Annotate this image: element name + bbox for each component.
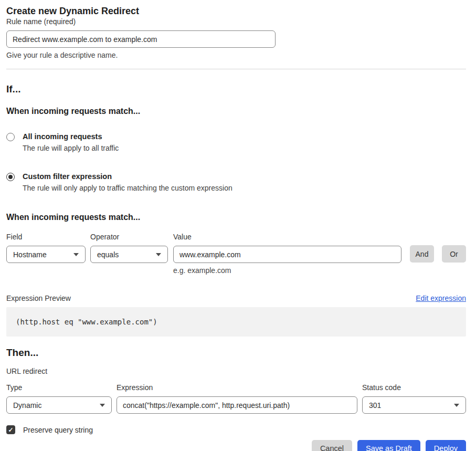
chevron-down-icon [73, 253, 79, 256]
save-as-draft-button[interactable]: Save as Draft [357, 440, 420, 451]
rule-name-input[interactable] [6, 30, 276, 48]
expression-input[interactable] [117, 396, 357, 414]
expression-preview-label: Expression Preview [6, 294, 71, 302]
expression-preview-header: Expression Preview Edit expression [6, 294, 466, 302]
operator-label: Operator [90, 233, 168, 241]
radio-option-description: The rule will only apply to traffic matc… [23, 184, 232, 193]
operator-select[interactable]: equals [90, 246, 168, 263]
field-label: Field [6, 233, 86, 241]
checkmark-icon: ✓ [8, 426, 13, 434]
value-input[interactable] [173, 246, 401, 263]
url-redirect-label: URL redirect [6, 367, 466, 375]
rule-name-help: Give your rule a descriptive name. [6, 51, 466, 59]
builder-heading: When incoming requests match... [6, 213, 466, 222]
if-heading: If... [6, 83, 466, 95]
checkbox-checked[interactable]: ✓ [6, 425, 15, 434]
value-column: Value e.g. example.com [173, 233, 401, 275]
chevron-down-icon [454, 404, 459, 407]
operator-column: Operator equals [90, 233, 168, 263]
status-code-column: Status code 301 [362, 383, 466, 414]
section-divider [6, 69, 466, 69]
radio-option-texts: All incoming requests The rule will appl… [23, 132, 119, 153]
status-code-select[interactable]: 301 [362, 396, 466, 414]
edit-expression-link[interactable]: Edit expression [416, 294, 466, 302]
field-select[interactable]: Hostname [6, 246, 86, 263]
expression-column: Expression [117, 383, 357, 414]
type-select-value: Dynamic [13, 401, 41, 410]
create-redirect-form: Create new Dynamic Redirect Rule name (r… [6, 0, 466, 451]
radio-button-selected[interactable] [6, 173, 15, 181]
radio-option-description: The rule will apply to all traffic [23, 144, 119, 153]
redirect-builder-row: Type Dynamic Expression Status code 301 [6, 383, 466, 414]
expression-label: Expression [117, 383, 357, 392]
status-code-select-value: 301 [369, 401, 381, 410]
radio-button-unselected[interactable] [6, 133, 15, 141]
type-select[interactable]: Dynamic [6, 396, 112, 414]
cancel-button[interactable]: Cancel [312, 440, 352, 451]
field-column: Field Hostname [6, 233, 86, 263]
preserve-query-row[interactable]: ✓ Preserve query string [6, 425, 466, 434]
field-select-value: Hostname [13, 250, 47, 259]
expression-builder-row: Field Hostname Operator equals Value e.g… [6, 233, 466, 275]
chevron-down-icon [156, 253, 161, 256]
radio-option-all-requests[interactable]: All incoming requests The rule will appl… [6, 132, 466, 153]
rule-name-label: Rule name (required) [6, 17, 76, 26]
then-heading: Then... [6, 347, 466, 359]
radio-option-custom-filter[interactable]: Custom filter expression The rule will o… [6, 172, 466, 193]
match-heading: When incoming requests match... [6, 107, 466, 116]
value-help: e.g. example.com [173, 266, 401, 275]
status-code-label: Status code [362, 383, 466, 392]
footer-actions: Cancel Save as Draft Deploy [6, 440, 466, 451]
deploy-button[interactable]: Deploy [426, 440, 466, 451]
operator-select-value: equals [97, 250, 119, 259]
or-button[interactable]: Or [442, 245, 466, 263]
radio-option-texts: Custom filter expression The rule will o… [23, 172, 232, 193]
chevron-down-icon [100, 404, 105, 407]
type-label: Type [6, 383, 112, 392]
radio-option-label: Custom filter expression [23, 172, 232, 181]
value-label: Value [173, 233, 401, 241]
radio-option-label: All incoming requests [23, 132, 119, 141]
preserve-query-label: Preserve query string [23, 426, 93, 434]
and-button[interactable]: And [410, 245, 434, 263]
type-column: Type Dynamic [6, 383, 112, 414]
expression-preview-code: (http.host eq "www.example.com") [6, 307, 466, 337]
page-title: Create new Dynamic Redirect [6, 5, 466, 17]
